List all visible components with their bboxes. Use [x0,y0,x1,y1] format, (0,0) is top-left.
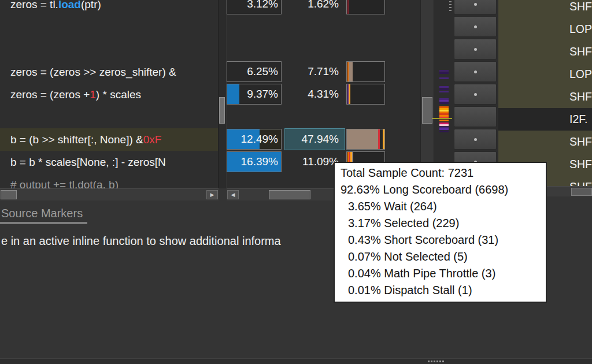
marker-button[interactable] [454,61,497,82]
marker-dot-icon [474,93,477,96]
source-line[interactable]: b = (b >> shifter[:, None]) & 0xF [0,128,218,151]
scroll-right-arrow-icon[interactable]: ▶ [206,190,218,199]
stall-bar-box[interactable] [346,0,385,14]
assembly-line[interactable]: SHF [498,131,592,153]
marker-button[interactable] [454,84,497,105]
code-segment-literal: 1 [90,88,96,101]
source-line[interactable]: zeros = (zeros >> zeros_shifter) & [0,61,218,83]
assembly-line[interactable]: SHF [498,40,592,63]
heat-mark [439,128,449,130]
sample-heat-strip[interactable] [434,0,452,186]
heat-mark [439,77,449,79]
stall-bar [383,129,384,149]
source-code-layer: zeros = tl.load(ptr)zeros = (zeros >> ze… [0,0,218,188]
scroll-left-arrow-icon[interactable]: ◀ [227,190,239,199]
heat-mark [439,124,449,126]
stall-bar-box[interactable] [346,61,385,82]
stall-bar [347,0,349,14]
code-segment-keyword: load [58,0,81,11]
heat-mark [439,91,449,92]
source-line[interactable]: zeros = tl.load(ptr) [0,0,218,16]
stall-bar-box[interactable] [346,84,385,105]
marker-button[interactable] [454,106,497,127]
splitter-grip-icon[interactable] [428,361,444,362]
source-line[interactable]: # output += tl.dot(a, b) [0,173,218,188]
stall-bar [349,62,353,81]
heat-mark [439,100,449,102]
tooltip-line: 0.04% Math Pipe Throttle (3) [341,265,540,282]
metrics-row: 3.12%1.62% [227,0,420,16]
assembly-line[interactable]: I2F. [498,108,592,131]
sampling-metrics-panel: 3.12%1.62%6.25%7.71%9.37%4.31%12.49%47.9… [227,0,420,188]
marker-dot-icon [474,138,477,141]
stall-percent-value: 47.94% [285,129,345,150]
stall-percent-value: 7.71% [281,61,345,82]
code-segment-literal: 0xF [143,133,162,146]
assembly-line[interactable]: LOP [498,18,592,40]
heat-mark [449,4,452,5]
heat-mark [439,88,449,90]
source-horizontal-scrollbar-thumb[interactable] [1,190,17,199]
source-line[interactable]: b = b * scales[None, :] - zeros[N [0,151,218,173]
code-segment-plain: ) * scales [96,88,141,101]
marker-dot-icon [474,70,477,73]
tooltip-line: 0.43% Short Scoreboard (31) [341,232,540,248]
code-segment-plain: zeros = tl. [10,0,58,11]
assembly-line[interactable]: SHF [498,0,592,18]
stall-bar [349,84,350,104]
heat-mark [439,86,449,88]
stall-bar-box[interactable] [346,129,385,150]
code-segment-plain: b = (b >> shifter[:, None]) & [10,133,143,146]
heat-mark [449,10,452,11]
tooltip-line: Total Sample Count: 7231 [341,165,540,181]
bottom-splitter[interactable] [0,359,592,364]
metrics-vertical-scrollbar[interactable] [420,0,434,188]
stall-bar [347,129,378,149]
marker-button[interactable] [454,129,497,150]
heat-mark [439,72,449,74]
source-markers-underline [0,222,87,224]
code-segment-comment: # output += tl.dot(a, b) [10,179,119,189]
stall-bar [378,129,380,149]
heat-mark [449,1,452,2]
sample-percent-value: 9.37% [227,84,282,105]
tooltip-lines: Total Sample Count: 723192.63% Long Scor… [341,165,540,299]
metrics-horizontal-scrollbar-thumb[interactable] [269,190,310,199]
sample-percent-value: 3.12% [227,0,282,14]
assembly-panel: SHFLOPSHFLOPSHFI2F.SHFSHFSHF [498,0,592,186]
marker-button[interactable] [454,16,497,37]
tooltip-line: 3.17% Selected (229) [341,215,540,232]
assembly-horizontal-scrollbar-thumb[interactable] [571,188,592,196]
marker-dot-icon [474,48,477,51]
marker-dot-icon [474,3,477,6]
metrics-vertical-scrollbar-thumb[interactable] [422,97,432,124]
assembly-line[interactable]: LOP [498,63,592,86]
marker-button[interactable] [454,39,497,60]
stall-percent-value: 1.62% [281,0,345,14]
marker-button[interactable] [454,0,497,14]
source-vertical-scrollbar-thumb[interactable] [219,97,225,124]
marker-button-column [452,0,498,186]
source-line[interactable]: zeros = (zeros + 1) * scales [0,83,218,106]
source-horizontal-scrollbar[interactable]: ▶ [0,188,219,200]
metrics-row: 12.49%47.94% [227,128,420,151]
heat-mark [439,120,449,121]
assembly-line[interactable]: SHF [498,86,592,108]
source-vertical-scrollbar[interactable] [219,0,226,188]
metrics-row: 6.25%7.71% [227,61,420,83]
sample-percent-value: 6.25% [227,61,282,82]
selected-percent-cell[interactable]: 47.94% [284,128,345,150]
metrics-rows-layer: 3.12%1.62%6.25%7.71%9.37%4.31%12.49%47.9… [227,0,420,188]
stall-percent-value: 4.31% [281,84,345,105]
heat-mark [439,131,449,132]
code-segment-plain: b = b * scales[None, :] - zeros[N [10,156,166,169]
sample-percent-value: 16.39% [227,151,282,172]
sample-percent-value: 12.49% [227,129,282,150]
metrics-row: 9.37%4.31% [227,83,420,106]
marker-dot-icon [474,25,477,28]
source-markers-title: Source Markers [1,207,83,220]
heat-mark [449,7,452,8]
source-code-panel: zeros = tl.load(ptr)zeros = (zeros >> ze… [0,0,219,188]
code-segment-plain: zeros = (zeros >> zeros_shifter) & [10,66,176,79]
stall-reasons-tooltip: Total Sample Count: 723192.63% Long Scor… [334,162,547,303]
